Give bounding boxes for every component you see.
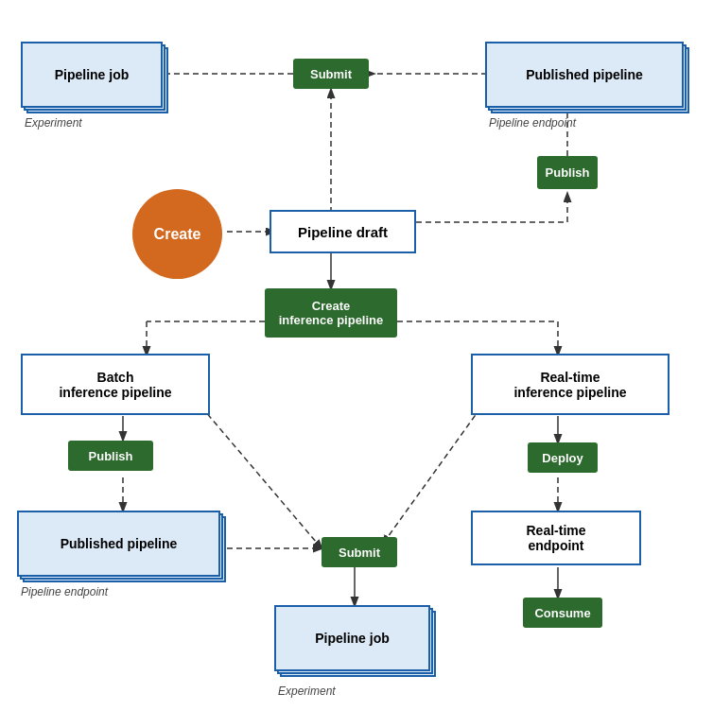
realtime-endpoint-box: Real-time endpoint	[471, 511, 641, 565]
published-pipeline-bottom-sublabel: Pipeline endpoint	[21, 585, 108, 598]
diagram: Pipeline job Experiment Published pipeli…	[0, 0, 713, 728]
create-circle[interactable]: Create	[132, 189, 222, 279]
publish-top-right-button[interactable]: Publish	[537, 156, 598, 189]
published-pipeline-top-container: Published pipeline Pipeline endpoint	[485, 42, 684, 113]
published-pipeline-bottom-label: Published pipeline	[61, 536, 178, 551]
published-pipeline-bottom-container: Published pipeline Pipeline endpoint	[17, 511, 220, 581]
consume-button[interactable]: Consume	[523, 598, 602, 628]
deploy-button[interactable]: Deploy	[528, 442, 598, 473]
create-label: Create	[154, 226, 201, 243]
published-pipeline-top-label: Published pipeline	[526, 67, 643, 82]
submit-bottom-button[interactable]: Submit	[322, 537, 397, 567]
pipeline-job-bottom-label: Pipeline job	[315, 631, 390, 646]
publish-batch-button[interactable]: Publish	[68, 441, 153, 471]
pipeline-job-top-label: Pipeline job	[55, 67, 130, 82]
submit-top-button[interactable]: Submit	[293, 59, 369, 89]
pipeline-job-bottom-sublabel: Experiment	[278, 685, 336, 698]
batch-inference-box: Batch inference pipeline	[21, 354, 210, 415]
pipeline-draft-box: Pipeline draft	[270, 210, 416, 253]
realtime-inference-box: Real-time inference pipeline	[471, 354, 670, 415]
pipeline-job-top-sublabel: Experiment	[25, 116, 82, 130]
pipeline-job-top-container: Pipeline job Experiment	[21, 42, 163, 113]
published-pipeline-top-sublabel: Pipeline endpoint	[489, 116, 576, 130]
pipeline-job-bottom-container: Pipeline job Experiment	[274, 605, 430, 681]
create-inference-button[interactable]: Create inference pipeline	[265, 288, 397, 338]
